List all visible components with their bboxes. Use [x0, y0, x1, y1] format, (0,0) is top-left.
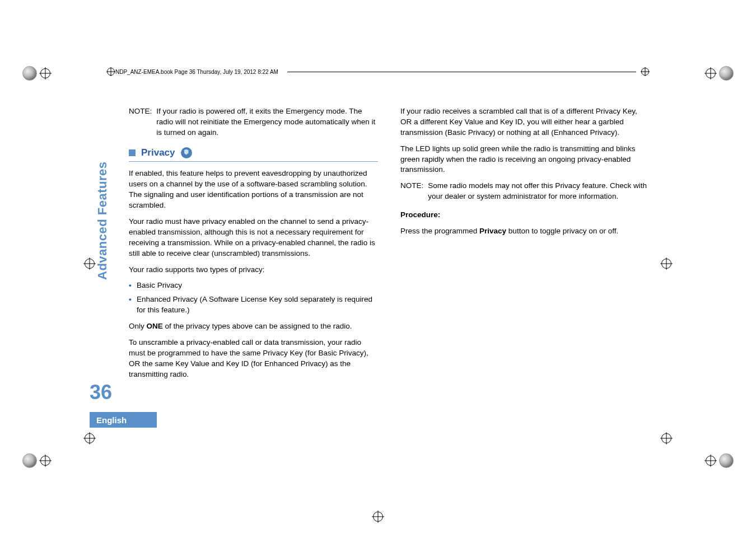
- page-content: Advanced Features 36 English NOTE: If yo…: [106, 90, 650, 484]
- regmark-bottom-center: [372, 510, 384, 523]
- left-column: NOTE: If your radio is powered off, it e…: [129, 106, 378, 386]
- page-number: 36: [90, 381, 112, 404]
- regmark-top-right: [702, 66, 734, 81]
- privacy-heading: Privacy: [129, 146, 378, 160]
- emergency-note: NOTE: If your radio is powered off, it e…: [129, 106, 378, 138]
- right-column: If your radio receives a scrambled call …: [400, 106, 650, 386]
- regmark-mid-right: [658, 257, 675, 270]
- regmark-lower-left: [81, 432, 98, 444]
- list-item: Basic Privacy: [129, 280, 378, 291]
- regmark-lower-right: [658, 432, 675, 444]
- privacy-led: The LED lights up solid green while the …: [400, 144, 650, 176]
- procedure-step: Press the programmed Privacy button to t…: [400, 226, 650, 237]
- privacy-one-note: Only ONE of the privacy types above can …: [129, 321, 378, 332]
- heading-rule: [129, 161, 378, 162]
- privacy-unscramble: To unscramble a privacy-enabled call or …: [129, 338, 378, 380]
- note-body: Some radio models may not offer this Pri…: [428, 181, 650, 202]
- regmark-bot-right: [702, 453, 734, 468]
- privacy-availability-note: NOTE: Some radio models may not offer th…: [400, 181, 650, 202]
- note-label: NOTE:: [400, 181, 423, 202]
- privacy-title: Privacy: [141, 146, 175, 160]
- list-item: Enhanced Privacy (A Software License Key…: [129, 294, 378, 316]
- note-body: If your radio is powered off, it exits t…: [156, 106, 378, 138]
- running-head: NDP_ANZ-EMEA.book Page 36 Thursday, July…: [106, 67, 650, 76]
- heading-bullet-icon: [129, 149, 136, 156]
- procedure-heading: Procedure:: [400, 210, 650, 221]
- privacy-intro-1: If enabled, this feature helps to preven…: [129, 168, 378, 211]
- privacy-types-lead: Your radio supports two types of privacy…: [129, 265, 378, 275]
- section-tab-label: Advanced Features: [95, 162, 110, 280]
- language-block: English: [90, 412, 157, 428]
- running-head-text: NDP_ANZ-EMEA.book Page 36 Thursday, July…: [115, 69, 278, 75]
- privacy-wrong-key: If your radio receives a scrambled call …: [400, 106, 650, 138]
- regmark-top-left: [22, 66, 54, 81]
- privacy-intro-2: Your radio must have privacy enabled on …: [129, 217, 378, 259]
- regmark-bot-left: [22, 453, 54, 468]
- shield-icon: [181, 147, 192, 158]
- note-label: NOTE:: [129, 106, 152, 138]
- privacy-types-list: Basic Privacy Enhanced Privacy (A Softwa…: [129, 280, 378, 316]
